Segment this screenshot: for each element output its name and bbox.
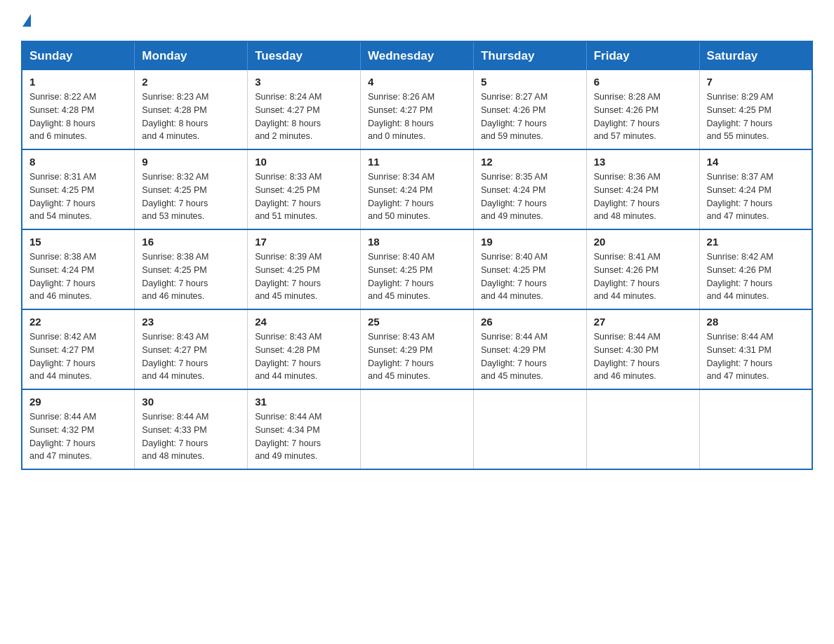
calendar-cell: 2 Sunrise: 8:23 AMSunset: 4:28 PMDayligh…: [135, 70, 248, 149]
calendar-cell: 4 Sunrise: 8:26 AMSunset: 4:27 PMDayligh…: [361, 70, 474, 149]
day-info: Sunrise: 8:43 AMSunset: 4:28 PMDaylight:…: [255, 330, 353, 383]
calendar-cell: 6 Sunrise: 8:28 AMSunset: 4:26 PMDayligh…: [586, 70, 699, 149]
day-info: Sunrise: 8:39 AMSunset: 4:25 PMDaylight:…: [255, 250, 353, 303]
calendar-cell: 28 Sunrise: 8:44 AMSunset: 4:31 PMDaylig…: [699, 309, 812, 389]
page-header: [21, 14, 813, 27]
day-info: Sunrise: 8:38 AMSunset: 4:24 PMDaylight:…: [29, 250, 127, 303]
week-row-4: 22 Sunrise: 8:42 AMSunset: 4:27 PMDaylig…: [22, 309, 812, 389]
calendar-cell: 26 Sunrise: 8:44 AMSunset: 4:29 PMDaylig…: [473, 309, 586, 389]
calendar-cell: 17 Sunrise: 8:39 AMSunset: 4:25 PMDaylig…: [248, 229, 361, 309]
day-header-row: SundayMondayTuesdayWednesdayThursdayFrid…: [22, 41, 812, 70]
day-number: 11: [368, 156, 466, 168]
calendar-cell: 20 Sunrise: 8:41 AMSunset: 4:26 PMDaylig…: [586, 229, 699, 309]
calendar-cell: 11 Sunrise: 8:34 AMSunset: 4:24 PMDaylig…: [361, 149, 474, 229]
calendar-cell: 13 Sunrise: 8:36 AMSunset: 4:24 PMDaylig…: [586, 149, 699, 229]
calendar-cell: [361, 389, 474, 469]
day-header-sunday: Sunday: [22, 41, 135, 70]
day-info: Sunrise: 8:44 AMSunset: 4:30 PMDaylight:…: [594, 330, 692, 383]
day-header-saturday: Saturday: [699, 41, 812, 70]
day-number: 31: [255, 396, 353, 408]
calendar-cell: 10 Sunrise: 8:33 AMSunset: 4:25 PMDaylig…: [248, 149, 361, 229]
calendar-cell: 22 Sunrise: 8:42 AMSunset: 4:27 PMDaylig…: [22, 309, 135, 389]
day-info: Sunrise: 8:37 AMSunset: 4:24 PMDaylight:…: [707, 170, 805, 223]
day-number: 1: [29, 76, 127, 88]
calendar-cell: 12 Sunrise: 8:35 AMSunset: 4:24 PMDaylig…: [473, 149, 586, 229]
day-info: Sunrise: 8:43 AMSunset: 4:27 PMDaylight:…: [142, 330, 240, 383]
calendar-cell: 31 Sunrise: 8:44 AMSunset: 4:34 PMDaylig…: [248, 389, 361, 469]
calendar-cell: 18 Sunrise: 8:40 AMSunset: 4:25 PMDaylig…: [361, 229, 474, 309]
day-info: Sunrise: 8:40 AMSunset: 4:25 PMDaylight:…: [481, 250, 579, 303]
day-info: Sunrise: 8:22 AMSunset: 4:28 PMDaylight:…: [29, 90, 127, 143]
day-info: Sunrise: 8:26 AMSunset: 4:27 PMDaylight:…: [368, 90, 466, 143]
day-info: Sunrise: 8:44 AMSunset: 4:32 PMDaylight:…: [29, 410, 127, 463]
logo: [21, 14, 32, 27]
day-info: Sunrise: 8:43 AMSunset: 4:29 PMDaylight:…: [368, 330, 466, 383]
day-info: Sunrise: 8:38 AMSunset: 4:25 PMDaylight:…: [142, 250, 240, 303]
day-info: Sunrise: 8:44 AMSunset: 4:31 PMDaylight:…: [707, 330, 805, 383]
day-header-friday: Friday: [586, 41, 699, 70]
calendar-cell: [473, 389, 586, 469]
day-header-thursday: Thursday: [473, 41, 586, 70]
day-info: Sunrise: 8:34 AMSunset: 4:24 PMDaylight:…: [368, 170, 466, 223]
calendar-cell: 16 Sunrise: 8:38 AMSunset: 4:25 PMDaylig…: [135, 229, 248, 309]
day-number: 2: [142, 76, 240, 88]
day-info: Sunrise: 8:33 AMSunset: 4:25 PMDaylight:…: [255, 170, 353, 223]
day-number: 20: [594, 236, 692, 248]
week-row-5: 29 Sunrise: 8:44 AMSunset: 4:32 PMDaylig…: [22, 389, 812, 469]
day-info: Sunrise: 8:31 AMSunset: 4:25 PMDaylight:…: [29, 170, 127, 223]
day-number: 12: [481, 156, 579, 168]
day-number: 6: [594, 76, 692, 88]
calendar-cell: 24 Sunrise: 8:43 AMSunset: 4:28 PMDaylig…: [248, 309, 361, 389]
day-number: 5: [481, 76, 579, 88]
day-number: 22: [29, 316, 127, 328]
logo-triangle-icon: [22, 14, 31, 27]
calendar-cell: 5 Sunrise: 8:27 AMSunset: 4:26 PMDayligh…: [473, 70, 586, 149]
day-number: 3: [255, 76, 353, 88]
calendar-cell: 8 Sunrise: 8:31 AMSunset: 4:25 PMDayligh…: [22, 149, 135, 229]
day-number: 14: [707, 156, 805, 168]
day-number: 17: [255, 236, 353, 248]
day-number: 4: [368, 76, 466, 88]
day-number: 26: [481, 316, 579, 328]
day-number: 19: [481, 236, 579, 248]
day-number: 15: [29, 236, 127, 248]
day-info: Sunrise: 8:44 AMSunset: 4:34 PMDaylight:…: [255, 410, 353, 463]
calendar-cell: 7 Sunrise: 8:29 AMSunset: 4:25 PMDayligh…: [699, 70, 812, 149]
day-info: Sunrise: 8:24 AMSunset: 4:27 PMDaylight:…: [255, 90, 353, 143]
day-number: 8: [29, 156, 127, 168]
day-number: 23: [142, 316, 240, 328]
day-number: 10: [255, 156, 353, 168]
calendar-cell: [699, 389, 812, 469]
calendar-table: SundayMondayTuesdayWednesdayThursdayFrid…: [21, 41, 813, 470]
calendar-cell: 14 Sunrise: 8:37 AMSunset: 4:24 PMDaylig…: [699, 149, 812, 229]
day-number: 28: [707, 316, 805, 328]
calendar-cell: 3 Sunrise: 8:24 AMSunset: 4:27 PMDayligh…: [248, 70, 361, 149]
day-info: Sunrise: 8:36 AMSunset: 4:24 PMDaylight:…: [594, 170, 692, 223]
day-info: Sunrise: 8:35 AMSunset: 4:24 PMDaylight:…: [481, 170, 579, 223]
day-number: 30: [142, 396, 240, 408]
calendar-cell: 21 Sunrise: 8:42 AMSunset: 4:26 PMDaylig…: [699, 229, 812, 309]
day-info: Sunrise: 8:27 AMSunset: 4:26 PMDaylight:…: [481, 90, 579, 143]
day-number: 27: [594, 316, 692, 328]
day-number: 24: [255, 316, 353, 328]
calendar-cell: 30 Sunrise: 8:44 AMSunset: 4:33 PMDaylig…: [135, 389, 248, 469]
calendar-cell: 27 Sunrise: 8:44 AMSunset: 4:30 PMDaylig…: [586, 309, 699, 389]
calendar-cell: 1 Sunrise: 8:22 AMSunset: 4:28 PMDayligh…: [22, 70, 135, 149]
day-info: Sunrise: 8:41 AMSunset: 4:26 PMDaylight:…: [594, 250, 692, 303]
week-row-2: 8 Sunrise: 8:31 AMSunset: 4:25 PMDayligh…: [22, 149, 812, 229]
day-info: Sunrise: 8:40 AMSunset: 4:25 PMDaylight:…: [368, 250, 466, 303]
day-number: 13: [594, 156, 692, 168]
calendar-cell: 25 Sunrise: 8:43 AMSunset: 4:29 PMDaylig…: [361, 309, 474, 389]
week-row-3: 15 Sunrise: 8:38 AMSunset: 4:24 PMDaylig…: [22, 229, 812, 309]
day-info: Sunrise: 8:23 AMSunset: 4:28 PMDaylight:…: [142, 90, 240, 143]
calendar-cell: 15 Sunrise: 8:38 AMSunset: 4:24 PMDaylig…: [22, 229, 135, 309]
calendar-cell: [586, 389, 699, 469]
day-header-tuesday: Tuesday: [248, 41, 361, 70]
logo-text: [21, 14, 32, 27]
day-number: 9: [142, 156, 240, 168]
day-info: Sunrise: 8:32 AMSunset: 4:25 PMDaylight:…: [142, 170, 240, 223]
calendar-cell: 29 Sunrise: 8:44 AMSunset: 4:32 PMDaylig…: [22, 389, 135, 469]
day-header-wednesday: Wednesday: [361, 41, 474, 70]
calendar-cell: 23 Sunrise: 8:43 AMSunset: 4:27 PMDaylig…: [135, 309, 248, 389]
day-number: 29: [29, 396, 127, 408]
